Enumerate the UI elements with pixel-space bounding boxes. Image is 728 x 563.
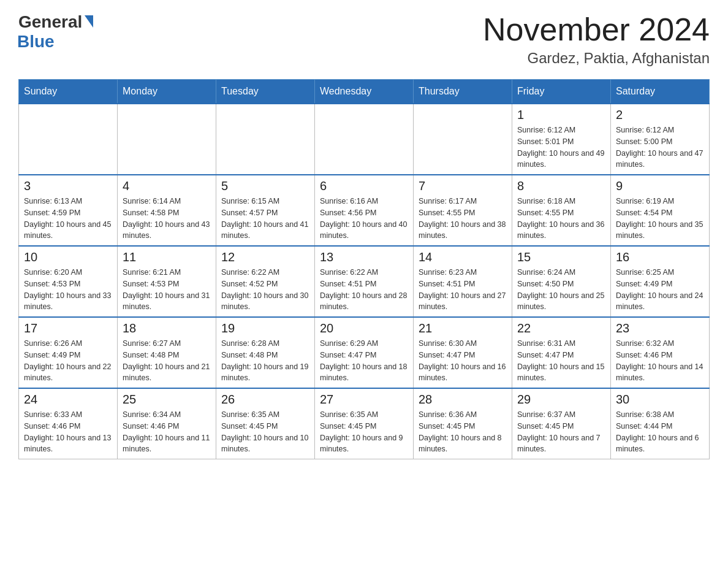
page-header: General Blue November 2024 Gardez, Pakti…	[18, 12, 710, 67]
day-number: 6	[320, 179, 408, 193]
day-number: 30	[616, 393, 704, 407]
day-number: 11	[123, 250, 211, 264]
calendar-cell: 5Sunrise: 6:15 AMSunset: 4:57 PMDaylight…	[216, 175, 315, 246]
weekday-header-row: SundayMondayTuesdayWednesdayThursdayFrid…	[19, 80, 710, 104]
calendar-cell: 10Sunrise: 6:20 AMSunset: 4:53 PMDayligh…	[19, 246, 118, 317]
calendar-cell: 26Sunrise: 6:35 AMSunset: 4:45 PMDayligh…	[216, 388, 315, 459]
day-number: 18	[123, 321, 211, 335]
weekday-header-tuesday: Tuesday	[216, 80, 315, 104]
day-info: Sunrise: 6:15 AMSunset: 4:57 PMDaylight:…	[221, 196, 309, 242]
calendar-cell: 15Sunrise: 6:24 AMSunset: 4:50 PMDayligh…	[512, 246, 611, 317]
day-number: 28	[419, 393, 507, 407]
logo-general-text: General	[18, 12, 82, 32]
day-info: Sunrise: 6:32 AMSunset: 4:46 PMDaylight:…	[616, 338, 704, 384]
title-section: November 2024 Gardez, Paktia, Afghanista…	[483, 12, 710, 67]
calendar-cell: 29Sunrise: 6:37 AMSunset: 4:45 PMDayligh…	[512, 388, 611, 459]
calendar-cell: 14Sunrise: 6:23 AMSunset: 4:51 PMDayligh…	[414, 246, 512, 317]
day-info: Sunrise: 6:27 AMSunset: 4:48 PMDaylight:…	[123, 338, 211, 384]
day-number: 27	[320, 393, 408, 407]
day-number: 8	[517, 179, 605, 193]
day-number: 14	[419, 250, 507, 264]
day-number: 1	[517, 108, 605, 122]
day-number: 3	[24, 179, 112, 193]
logo: General Blue	[18, 12, 93, 52]
day-number: 15	[517, 250, 605, 264]
calendar-cell: 28Sunrise: 6:36 AMSunset: 4:45 PMDayligh…	[414, 388, 512, 459]
day-number: 4	[123, 179, 211, 193]
week-row-5: 24Sunrise: 6:33 AMSunset: 4:46 PMDayligh…	[19, 388, 710, 459]
calendar-table: SundayMondayTuesdayWednesdayThursdayFrid…	[18, 79, 710, 459]
calendar-cell: 24Sunrise: 6:33 AMSunset: 4:46 PMDayligh…	[19, 388, 118, 459]
day-number: 26	[221, 393, 309, 407]
calendar-cell: 25Sunrise: 6:34 AMSunset: 4:46 PMDayligh…	[118, 388, 216, 459]
day-info: Sunrise: 6:35 AMSunset: 4:45 PMDaylight:…	[320, 409, 408, 455]
day-info: Sunrise: 6:30 AMSunset: 4:47 PMDaylight:…	[419, 338, 507, 384]
calendar-cell: 12Sunrise: 6:22 AMSunset: 4:52 PMDayligh…	[216, 246, 315, 317]
day-number: 29	[517, 393, 605, 407]
calendar-cell: 9Sunrise: 6:19 AMSunset: 4:54 PMDaylight…	[611, 175, 710, 246]
week-row-4: 17Sunrise: 6:26 AMSunset: 4:49 PMDayligh…	[19, 317, 710, 388]
weekday-header-wednesday: Wednesday	[315, 80, 414, 104]
day-number: 20	[320, 321, 408, 335]
calendar-cell: 16Sunrise: 6:25 AMSunset: 4:49 PMDayligh…	[611, 246, 710, 317]
calendar-cell: 4Sunrise: 6:14 AMSunset: 4:58 PMDaylight…	[118, 175, 216, 246]
day-number: 19	[221, 321, 309, 335]
day-number: 21	[419, 321, 507, 335]
calendar-cell: 22Sunrise: 6:31 AMSunset: 4:47 PMDayligh…	[512, 317, 611, 388]
calendar-cell: 17Sunrise: 6:26 AMSunset: 4:49 PMDayligh…	[19, 317, 118, 388]
day-info: Sunrise: 6:12 AMSunset: 5:01 PMDaylight:…	[517, 124, 605, 170]
day-info: Sunrise: 6:12 AMSunset: 5:00 PMDaylight:…	[616, 124, 704, 170]
calendar-cell: 18Sunrise: 6:27 AMSunset: 4:48 PMDayligh…	[118, 317, 216, 388]
day-info: Sunrise: 6:31 AMSunset: 4:47 PMDaylight:…	[517, 338, 605, 384]
calendar-cell: 11Sunrise: 6:21 AMSunset: 4:53 PMDayligh…	[118, 246, 216, 317]
location-title: Gardez, Paktia, Afghanistan	[483, 50, 710, 67]
weekday-header-friday: Friday	[512, 80, 611, 104]
day-number: 2	[616, 108, 704, 122]
day-info: Sunrise: 6:33 AMSunset: 4:46 PMDaylight:…	[24, 409, 112, 455]
day-number: 25	[123, 393, 211, 407]
calendar-cell: 8Sunrise: 6:18 AMSunset: 4:55 PMDaylight…	[512, 175, 611, 246]
calendar-cell: 30Sunrise: 6:38 AMSunset: 4:44 PMDayligh…	[611, 388, 710, 459]
day-info: Sunrise: 6:36 AMSunset: 4:45 PMDaylight:…	[419, 409, 507, 455]
week-row-3: 10Sunrise: 6:20 AMSunset: 4:53 PMDayligh…	[19, 246, 710, 317]
weekday-header-sunday: Sunday	[19, 80, 118, 104]
day-info: Sunrise: 6:19 AMSunset: 4:54 PMDaylight:…	[616, 196, 704, 242]
day-info: Sunrise: 6:35 AMSunset: 4:45 PMDaylight:…	[221, 409, 309, 455]
day-info: Sunrise: 6:28 AMSunset: 4:48 PMDaylight:…	[221, 338, 309, 384]
day-number: 5	[221, 179, 309, 193]
day-info: Sunrise: 6:23 AMSunset: 4:51 PMDaylight:…	[419, 267, 507, 313]
day-info: Sunrise: 6:14 AMSunset: 4:58 PMDaylight:…	[123, 196, 211, 242]
day-info: Sunrise: 6:22 AMSunset: 4:52 PMDaylight:…	[221, 267, 309, 313]
calendar-cell	[315, 104, 414, 175]
day-number: 16	[616, 250, 704, 264]
calendar-cell	[118, 104, 216, 175]
day-number: 22	[517, 321, 605, 335]
day-info: Sunrise: 6:29 AMSunset: 4:47 PMDaylight:…	[320, 338, 408, 384]
weekday-header-thursday: Thursday	[414, 80, 512, 104]
day-number: 12	[221, 250, 309, 264]
day-info: Sunrise: 6:18 AMSunset: 4:55 PMDaylight:…	[517, 196, 605, 242]
calendar-cell	[414, 104, 512, 175]
calendar-cell	[216, 104, 315, 175]
day-info: Sunrise: 6:21 AMSunset: 4:53 PMDaylight:…	[123, 267, 211, 313]
calendar-cell: 3Sunrise: 6:13 AMSunset: 4:59 PMDaylight…	[19, 175, 118, 246]
day-info: Sunrise: 6:20 AMSunset: 4:53 PMDaylight:…	[24, 267, 112, 313]
day-info: Sunrise: 6:24 AMSunset: 4:50 PMDaylight:…	[517, 267, 605, 313]
calendar-cell: 23Sunrise: 6:32 AMSunset: 4:46 PMDayligh…	[611, 317, 710, 388]
day-number: 24	[24, 393, 112, 407]
weekday-header-saturday: Saturday	[611, 80, 710, 104]
day-number: 9	[616, 179, 704, 193]
week-row-1: 1Sunrise: 6:12 AMSunset: 5:01 PMDaylight…	[19, 104, 710, 175]
weekday-header-monday: Monday	[118, 80, 216, 104]
day-info: Sunrise: 6:38 AMSunset: 4:44 PMDaylight:…	[616, 409, 704, 455]
calendar-cell: 19Sunrise: 6:28 AMSunset: 4:48 PMDayligh…	[216, 317, 315, 388]
day-info: Sunrise: 6:37 AMSunset: 4:45 PMDaylight:…	[517, 409, 605, 455]
month-title: November 2024	[483, 12, 710, 47]
day-info: Sunrise: 6:34 AMSunset: 4:46 PMDaylight:…	[123, 409, 211, 455]
calendar-cell: 21Sunrise: 6:30 AMSunset: 4:47 PMDayligh…	[414, 317, 512, 388]
day-info: Sunrise: 6:13 AMSunset: 4:59 PMDaylight:…	[24, 196, 112, 242]
logo-arrow-icon	[85, 15, 93, 28]
day-info: Sunrise: 6:22 AMSunset: 4:51 PMDaylight:…	[320, 267, 408, 313]
calendar-cell: 20Sunrise: 6:29 AMSunset: 4:47 PMDayligh…	[315, 317, 414, 388]
calendar-cell: 2Sunrise: 6:12 AMSunset: 5:00 PMDaylight…	[611, 104, 710, 175]
